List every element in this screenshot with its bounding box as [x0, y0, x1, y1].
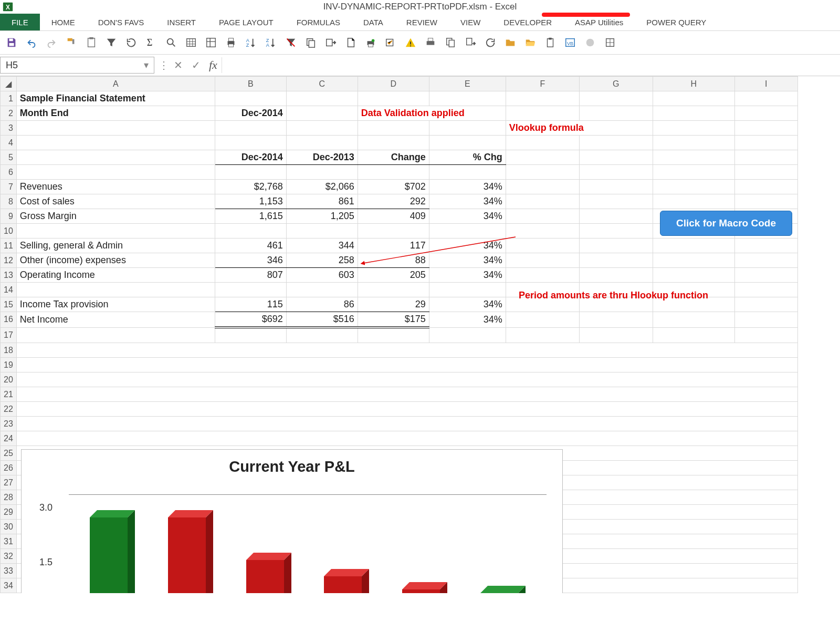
cell[interactable]: Dec-2014	[215, 106, 286, 121]
rowhead-15[interactable]: 15	[1, 297, 17, 312]
colhead-b[interactable]: B	[215, 77, 286, 91]
cell[interactable]: 34%	[429, 194, 506, 209]
cell[interactable]: 861	[286, 194, 358, 209]
rowhead-21[interactable]: 21	[1, 387, 17, 402]
cell[interactable]: 346	[215, 253, 286, 268]
cell[interactable]: 34%	[429, 312, 506, 328]
cell[interactable]: Sample Financial Statement	[16, 91, 215, 106]
chart-current-year-pl[interactable]: Current Year P&L 0.0 1.5 3.0 RevCOSSG&AO…	[21, 449, 563, 593]
rowhead-20[interactable]: 20	[1, 372, 17, 387]
doc-copy-icon[interactable]	[443, 35, 458, 50]
cell[interactable]: Gross Margin	[16, 209, 215, 224]
fx-icon[interactable]: fx	[205, 58, 222, 72]
circle-icon[interactable]	[583, 35, 597, 50]
borders-icon[interactable]	[603, 35, 617, 50]
clipboard-icon[interactable]	[543, 35, 558, 50]
tab-page-layout[interactable]: PAGE LAYOUT	[207, 14, 285, 30]
colhead-a[interactable]: A	[16, 77, 215, 91]
rowhead-19[interactable]: 19	[1, 358, 17, 372]
rowhead-29[interactable]: 29	[1, 505, 17, 520]
rowhead-27[interactable]: 27	[1, 475, 17, 490]
warning-icon[interactable]	[403, 35, 418, 50]
rowhead-7[interactable]: 7	[1, 180, 17, 194]
cell[interactable]: 86	[286, 297, 358, 312]
tab-dons-favs[interactable]: DON'S FAVS	[87, 14, 156, 30]
tab-insert[interactable]: INSERT	[155, 14, 207, 30]
colhead-c[interactable]: C	[286, 77, 358, 91]
cell[interactable]: 34%	[429, 297, 506, 312]
cell[interactable]: 461	[215, 239, 286, 253]
cell[interactable]: $692	[215, 312, 286, 328]
printer-icon[interactable]	[423, 35, 438, 50]
cell[interactable]: 603	[286, 268, 358, 283]
undo-icon[interactable]	[24, 35, 39, 50]
rowhead-8[interactable]: 8	[1, 194, 17, 209]
refresh2-icon[interactable]	[483, 35, 498, 50]
folder-icon[interactable]	[503, 35, 518, 50]
cell[interactable]: 205	[358, 268, 429, 283]
cell[interactable]: 29	[358, 297, 429, 312]
table-icon[interactable]	[184, 35, 198, 50]
cell[interactable]: 34%	[429, 268, 506, 283]
cell[interactable]: Cost of sales	[16, 194, 215, 209]
cell[interactable]: 117	[358, 239, 429, 253]
tab-view[interactable]: VIEW	[449, 14, 492, 30]
cell[interactable]: 807	[215, 268, 286, 283]
cell[interactable]: Other (income) expenses	[16, 253, 215, 268]
save-icon[interactable]	[4, 35, 19, 50]
tab-power-query[interactable]: POWER QUERY	[635, 14, 718, 30]
cell[interactable]: % Chg	[429, 150, 506, 165]
cancel-icon[interactable]: ✕	[169, 57, 187, 73]
filter-icon[interactable]	[104, 35, 119, 50]
autosum-icon[interactable]: Σ	[144, 35, 159, 50]
rowhead-31[interactable]: 31	[1, 534, 17, 549]
cell[interactable]: 34%	[429, 209, 506, 224]
rowhead-11[interactable]: 11	[1, 239, 17, 253]
cell[interactable]: Operating Income	[16, 268, 215, 283]
cell[interactable]: Income Tax provision	[16, 297, 215, 312]
refresh-icon[interactable]	[124, 35, 139, 50]
tab-file[interactable]: FILE	[0, 14, 40, 30]
print-icon[interactable]	[224, 35, 238, 50]
cell[interactable]: Net Income	[16, 312, 215, 328]
rowhead-26[interactable]: 26	[1, 461, 17, 475]
cell[interactable]: $175	[358, 312, 429, 328]
cell[interactable]: 1,205	[286, 209, 358, 224]
rowhead-30[interactable]: 30	[1, 520, 17, 534]
tab-review[interactable]: REVIEW	[395, 14, 449, 30]
open-folder-icon[interactable]	[523, 35, 538, 50]
colhead-i[interactable]: I	[734, 77, 797, 91]
move-icon[interactable]	[323, 35, 338, 50]
cell[interactable]: $516	[286, 312, 358, 328]
cell[interactable]: Month End	[16, 106, 215, 121]
rowhead-17[interactable]: 17	[1, 327, 17, 343]
rowhead-16[interactable]: 16	[1, 312, 17, 328]
cell[interactable]: 34%	[429, 239, 506, 253]
rowhead-23[interactable]: 23	[1, 417, 17, 431]
formula-input[interactable]	[222, 57, 840, 73]
quick-print-icon[interactable]	[363, 35, 378, 50]
rowhead-34[interactable]: 34	[1, 578, 17, 593]
tab-home[interactable]: HOME	[40, 14, 87, 30]
rowhead-13[interactable]: 13	[1, 268, 17, 283]
rowhead-14[interactable]: 14	[1, 283, 17, 297]
macro-code-button[interactable]: Click for Macro Code	[660, 211, 792, 236]
cell[interactable]: Dec-2013	[286, 150, 358, 165]
rowhead-32[interactable]: 32	[1, 549, 17, 564]
cell[interactable]: 1,153	[215, 194, 286, 209]
rowhead-9[interactable]: 9	[1, 209, 17, 224]
check-icon[interactable]	[383, 35, 398, 50]
rowhead-3[interactable]: 3	[1, 121, 17, 136]
cell[interactable]: Dec-2014	[215, 150, 286, 165]
sort-az-icon[interactable]: AZ	[244, 35, 258, 50]
cell[interactable]: Revenues	[16, 180, 215, 194]
name-box[interactable]: H5 ▾	[0, 57, 154, 74]
cell[interactable]: 34%	[429, 253, 506, 268]
cell[interactable]: 409	[358, 209, 429, 224]
cell[interactable]: $2,768	[215, 180, 286, 194]
new-icon[interactable]	[343, 35, 358, 50]
cell[interactable]: 34%	[429, 180, 506, 194]
cell[interactable]: 258	[286, 253, 358, 268]
colhead-f[interactable]: F	[506, 77, 579, 91]
cell[interactable]: 115	[215, 297, 286, 312]
